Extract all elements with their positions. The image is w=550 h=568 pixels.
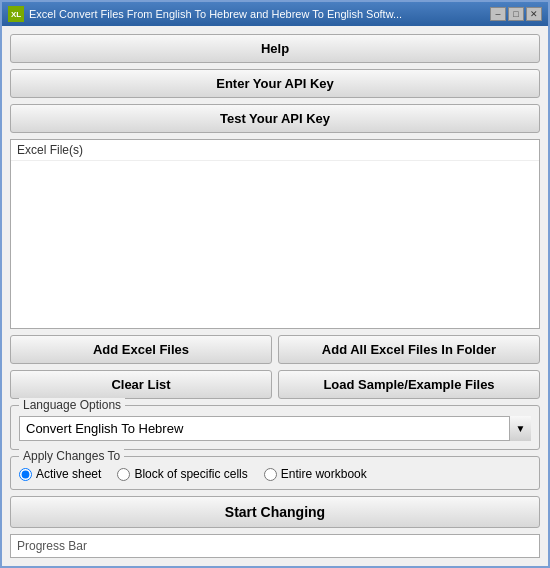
- clear-load-row: Clear List Load Sample/Example Files: [10, 370, 540, 399]
- file-list-header: Excel File(s): [11, 140, 539, 161]
- file-list-body[interactable]: [11, 161, 539, 327]
- apply-changes-legend: Apply Changes To: [19, 449, 124, 463]
- titlebar: XL Excel Convert Files From English To H…: [2, 2, 548, 26]
- language-dropdown[interactable]: Convert English To Hebrew Convert Hebrew…: [19, 416, 531, 441]
- progress-bar: Progress Bar: [10, 534, 540, 558]
- radio-entire-workbook-input[interactable]: [264, 468, 277, 481]
- window-controls: – □ ✕: [490, 7, 542, 21]
- load-sample-files-button[interactable]: Load Sample/Example Files: [278, 370, 540, 399]
- radio-block-cells-label: Block of specific cells: [134, 467, 247, 481]
- add-files-row: Add Excel Files Add All Excel Files In F…: [10, 335, 540, 364]
- start-changing-button[interactable]: Start Changing: [10, 496, 540, 528]
- main-window: XL Excel Convert Files From English To H…: [0, 0, 550, 568]
- radio-active-sheet-label: Active sheet: [36, 467, 101, 481]
- file-list-container: Excel File(s): [10, 139, 540, 329]
- window-title: Excel Convert Files From English To Hebr…: [29, 8, 402, 20]
- add-excel-files-button[interactable]: Add Excel Files: [10, 335, 272, 364]
- help-button[interactable]: Help: [10, 34, 540, 63]
- add-all-excel-files-button[interactable]: Add All Excel Files In Folder: [278, 335, 540, 364]
- radio-active-sheet[interactable]: Active sheet: [19, 467, 101, 481]
- radio-entire-workbook-label: Entire workbook: [281, 467, 367, 481]
- apply-changes-group: Apply Changes To Active sheet Block of s…: [10, 456, 540, 490]
- radio-options-row: Active sheet Block of specific cells Ent…: [19, 467, 531, 481]
- test-api-key-button[interactable]: Test Your API Key: [10, 104, 540, 133]
- radio-block-cells-input[interactable]: [117, 468, 130, 481]
- maximize-button[interactable]: □: [508, 7, 524, 21]
- content-area: Help Enter Your API Key Test Your API Ke…: [2, 26, 548, 566]
- clear-list-button[interactable]: Clear List: [10, 370, 272, 399]
- language-dropdown-wrapper: Convert English To Hebrew Convert Hebrew…: [19, 416, 531, 441]
- minimize-button[interactable]: –: [490, 7, 506, 21]
- radio-entire-workbook[interactable]: Entire workbook: [264, 467, 367, 481]
- radio-block-cells[interactable]: Block of specific cells: [117, 467, 247, 481]
- app-icon: XL: [8, 6, 24, 22]
- language-options-legend: Language Options: [19, 398, 125, 412]
- titlebar-left: XL Excel Convert Files From English To H…: [8, 6, 402, 22]
- enter-api-key-button[interactable]: Enter Your API Key: [10, 69, 540, 98]
- language-options-group: Language Options Convert English To Hebr…: [10, 405, 540, 450]
- close-button[interactable]: ✕: [526, 7, 542, 21]
- radio-active-sheet-input[interactable]: [19, 468, 32, 481]
